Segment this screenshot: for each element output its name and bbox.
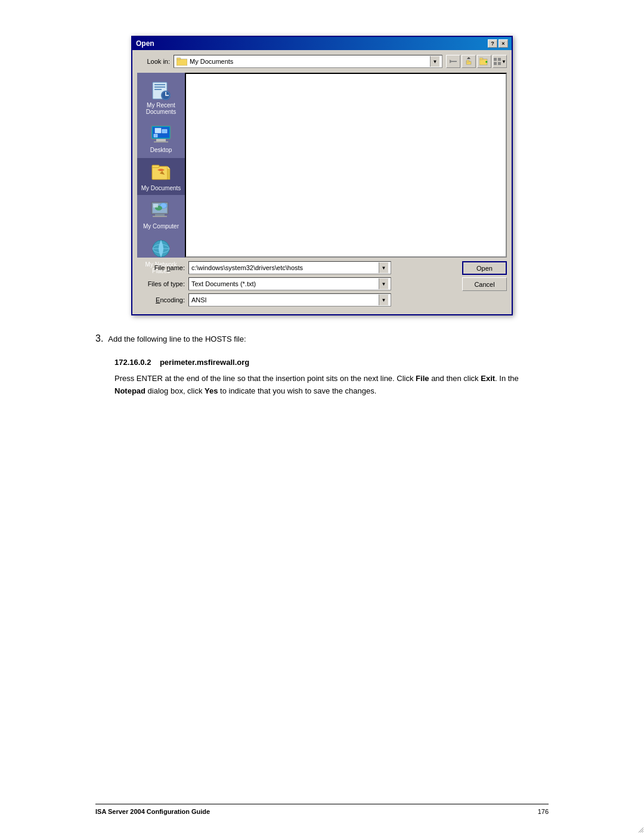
- up-icon: [465, 57, 473, 66]
- file-bold: File: [416, 374, 429, 383]
- recent-icon: [150, 79, 172, 100]
- resize-handle[interactable]: [637, 826, 644, 833]
- network-icon: [150, 238, 172, 259]
- views-arrow: ▼: [501, 59, 506, 64]
- views-button[interactable]: ▼: [493, 55, 507, 68]
- encoding-combo[interactable]: ANSI ▼: [188, 293, 391, 306]
- encoding-arrow[interactable]: ▼: [379, 295, 388, 305]
- filename-label: File name:: [137, 264, 185, 271]
- look-in-row: Look in: My Documents ▼: [137, 55, 507, 68]
- look-in-value: My Documents: [190, 58, 428, 65]
- svg-rect-2: [452, 61, 457, 62]
- desktop-icon: [150, 123, 172, 145]
- svg-rect-6: [479, 58, 483, 60]
- mydocs-icon: [150, 162, 172, 183]
- svg-rect-13: [154, 84, 165, 85]
- svg-rect-10: [494, 62, 497, 65]
- step-number: 3.: [95, 333, 103, 344]
- description-text: Press ENTER at the end of the line so th…: [114, 373, 549, 398]
- resize-icon: [637, 826, 643, 832]
- svg-rect-11: [498, 62, 501, 65]
- svg-rect-26: [152, 165, 159, 168]
- place-recent[interactable]: My Recent Documents: [137, 75, 185, 119]
- footer-left: ISA Server 2004 Configuration Guide: [95, 808, 210, 815]
- svg-rect-20: [156, 139, 166, 141]
- cancel-button[interactable]: Cancel: [462, 277, 507, 291]
- svg-rect-29: [155, 214, 165, 216]
- filename-combo[interactable]: c:\windows\system32\drivers\etc\hosts ▼: [188, 261, 391, 274]
- svg-rect-22: [155, 128, 161, 133]
- notepad-bold: Notepad: [114, 386, 145, 395]
- step-text: Add the following line to the HOSTS file…: [108, 333, 549, 346]
- filetype-label: Files of type:: [137, 280, 185, 287]
- svg-rect-1: [177, 58, 181, 60]
- footer: ISA Server 2004 Configuration Guide 176: [95, 804, 549, 815]
- svg-rect-0: [177, 59, 187, 66]
- svg-rect-23: [162, 129, 167, 133]
- step-content: Add the following line to the HOSTS file…: [108, 333, 549, 353]
- yes-bold: Yes: [205, 386, 218, 395]
- views-icon: [493, 57, 501, 66]
- place-desktop-label: Desktop: [150, 147, 172, 153]
- open-dialog: Open ? × Look in: M: [131, 36, 513, 315]
- step-3-line: 3. Add the following line to the HOSTS f…: [95, 333, 549, 353]
- svg-rect-21: [154, 141, 168, 143]
- toolbar-buttons: * ▼: [446, 55, 507, 68]
- encoding-row: Encoding: ANSI ▼: [137, 293, 459, 306]
- filetype-value: Text Documents (*.txt): [191, 280, 379, 287]
- footer-right: 176: [538, 808, 549, 815]
- encoding-label: Encoding:: [137, 296, 185, 304]
- encoding-value: ANSI: [191, 296, 379, 304]
- svg-rect-30: [153, 216, 167, 217]
- place-mydocs-label: My Documents: [141, 185, 181, 191]
- bottom-row-wrapper: File name: c:\windows\system32\drivers\e…: [137, 258, 507, 309]
- up-button[interactable]: [462, 55, 476, 68]
- place-mycomp[interactable]: My Computer: [137, 196, 185, 233]
- svg-rect-25: [152, 166, 168, 179]
- action-buttons: Open Cancel: [462, 261, 507, 291]
- filename-value: c:\windows\system32\drivers\etc\hosts: [191, 264, 379, 271]
- place-recent-label: My Recent Documents: [146, 102, 177, 115]
- look-in-combo[interactable]: My Documents ▼: [174, 55, 442, 68]
- folder-icon: [177, 57, 187, 66]
- filetype-row: Files of type: Text Documents (*.txt) ▼: [137, 277, 459, 290]
- new-folder-icon: *: [479, 57, 489, 66]
- svg-rect-15: [154, 89, 162, 90]
- svg-text:*: *: [485, 60, 488, 66]
- places-bar: My Recent Documents: [137, 73, 185, 258]
- file-list-area[interactable]: [185, 73, 507, 258]
- svg-rect-24: [154, 134, 157, 137]
- exit-bold: Exit: [481, 374, 495, 383]
- svg-rect-4: [466, 60, 469, 62]
- look-in-label: Look in:: [137, 58, 170, 65]
- ip-address: 172.16.0.2: [114, 358, 151, 367]
- filename-row: File name: c:\windows\system32\drivers\e…: [137, 261, 459, 274]
- close-button[interactable]: ×: [499, 39, 508, 48]
- place-desktop[interactable]: Desktop: [137, 120, 185, 157]
- filename-arrow[interactable]: ▼: [379, 262, 388, 273]
- place-mycomp-label: My Computer: [143, 223, 179, 230]
- back-button[interactable]: [446, 55, 460, 68]
- svg-rect-34: [153, 204, 158, 208]
- help-button[interactable]: ?: [488, 39, 497, 48]
- new-folder-button[interactable]: *: [477, 55, 491, 68]
- back-icon: [449, 58, 457, 65]
- mycomp-icon: [150, 200, 172, 221]
- svg-rect-14: [154, 86, 165, 88]
- dialog-title: Open: [136, 39, 154, 48]
- svg-line-41: [642, 831, 643, 832]
- svg-rect-9: [498, 58, 501, 61]
- filetype-combo[interactable]: Text Documents (*.txt) ▼: [188, 277, 391, 290]
- svg-rect-8: [494, 58, 497, 61]
- filetype-arrow[interactable]: ▼: [379, 278, 388, 289]
- place-mydocs[interactable]: My Documents: [137, 158, 185, 195]
- bottom-fields: File name: c:\windows\system32\drivers\e…: [137, 258, 459, 309]
- look-in-arrow[interactable]: ▼: [430, 56, 439, 67]
- ip-domain-line: 172.16.0.2 perimeter.msfirewall.org: [114, 358, 549, 367]
- dialog-body: Look in: My Documents ▼: [132, 50, 512, 314]
- domain-name: perimeter.msfirewall.org: [160, 358, 249, 367]
- main-area: My Recent Documents: [137, 73, 507, 258]
- dialog-titlebar: Open ? ×: [132, 37, 512, 50]
- titlebar-buttons: ? ×: [488, 39, 508, 48]
- open-button[interactable]: Open: [462, 261, 507, 275]
